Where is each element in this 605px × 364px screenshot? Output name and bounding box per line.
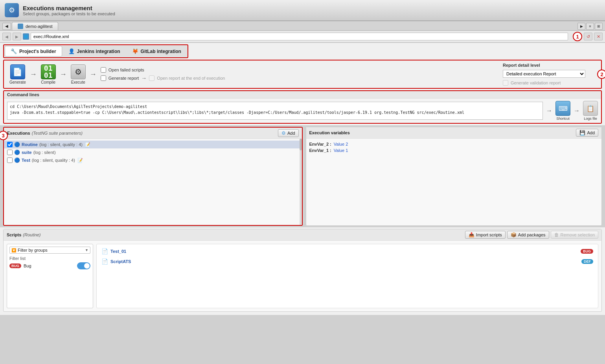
report-select[interactable]: Detailed execution Report [503, 70, 585, 78]
remove-selection-btn[interactable]: 🗑 Remove selection [551, 231, 598, 239]
tab-jenkins-integration[interactable]: 👤 Jenkins integration [63, 46, 126, 57]
open-failed-row: Open failed scripts [101, 67, 225, 73]
generate-btn[interactable]: 📄 Generate [8, 64, 28, 85]
script-list: 📄 Test_01 BUG 📄 ScriptATS DEF [96, 244, 598, 308]
compile-label: Compile [41, 80, 55, 84]
add-packages-btn[interactable]: 📦 Add packages [507, 231, 549, 239]
compile-btn[interactable]: 0101 Compile [39, 64, 57, 85]
exec-add-btn[interactable]: ⚙ Add [278, 129, 299, 137]
generate-report-label: Generate report [108, 76, 139, 80]
generate-report-checkbox[interactable] [101, 75, 106, 81]
cmd-text-area: cd C:\Users\Maud\Documents\AgilTestProje… [7, 102, 543, 120]
browser-tab[interactable]: demo-agilitest [12, 22, 58, 30]
command-lines-section: Command lines cd C:\Users\Maud\Documents… [3, 90, 602, 124]
filter-dropdown-arrow: ▼ [85, 248, 88, 252]
generate-validation-checkbox[interactable] [503, 80, 508, 86]
tab-bar-btn-1[interactable]: ▶ [577, 23, 585, 30]
scripts-title: Scripts [7, 232, 21, 237]
tab-projects-builder[interactable]: 🔧 Project's builder [5, 46, 62, 57]
logs-file-btn[interactable]: 📋 Logs file [583, 101, 598, 121]
script-name-test01: Test_01 [110, 249, 578, 254]
circle-1: 1 [573, 32, 582, 41]
open-failed-checkbox[interactable] [101, 67, 106, 73]
script-badge-scriptats: DEF [581, 259, 593, 264]
exec-add-icon: ⚙ [281, 130, 286, 136]
vars-add-label: Add [587, 130, 595, 135]
address-input[interactable] [31, 33, 568, 40]
script-badge-test01: BUG [581, 249, 593, 254]
shortcut-btn[interactable]: ⌨ Shortcut [555, 101, 570, 121]
app-subtitle: Select groups, packages or tests to be e… [23, 11, 115, 16]
generate-validation-row: Generate validation report [503, 80, 597, 86]
close-tab-btn[interactable]: ✕ [594, 33, 603, 40]
back-btn[interactable]: ◀ [2, 23, 11, 30]
refresh-btn[interactable]: ↺ [584, 33, 592, 40]
shortcut-label: Shortcut [556, 117, 570, 121]
add-packages-icon: 📦 [511, 232, 517, 238]
remove-icon: 🗑 [554, 232, 559, 238]
script-item-scriptats[interactable]: 📄 ScriptATS DEF [99, 257, 596, 266]
filter-select-icon: 🔽 [11, 248, 16, 252]
exec-item-suite[interactable]: 🔵 suite (log : silent) [4, 148, 302, 156]
open-report-label: Open report at the end of execution [157, 76, 225, 80]
execute-btn[interactable]: ⚙ Execute [69, 64, 87, 85]
report-detail-group: Report detail level Detailed execution R… [503, 63, 597, 86]
arrow-1: → [30, 70, 37, 79]
vars-add-btn[interactable]: 💾 Add [576, 129, 598, 137]
executions-header: Executions (TestNG suite parameters) ⚙ A… [4, 128, 302, 139]
back-nav-btn[interactable]: ◀ [2, 33, 11, 40]
vars-body: EnvVar_2 : Value 2 EnvVar_1 : Value 1 [306, 139, 602, 225]
exec-edit-test[interactable]: 📝 [77, 158, 83, 163]
exec-icon-routine: 🔵 [14, 142, 20, 147]
exec-scroll-indicator [300, 139, 302, 225]
remove-label: Remove selection [561, 232, 595, 237]
filter-by-groups[interactable]: 🔽 Filter by groups ▼ [9, 247, 90, 254]
tab-bar: ◀ demo-agilitest ▶ ≡ ⊞ [0, 21, 605, 31]
var-name-1: EnvVar_1 : [309, 148, 331, 153]
executions-title: Executions [7, 131, 30, 135]
var-name-2: EnvVar_2 : [309, 142, 331, 146]
exec-info-test: (log : silent, quality : 4) [32, 158, 75, 163]
exec-item-test[interactable]: 🔵 Test (log : silent, quality : 4) 📝 [4, 156, 302, 164]
toggle-bug[interactable] [77, 262, 90, 269]
cmd-body: cd C:\Users\Maud\Documents\AgilTestProje… [4, 99, 601, 123]
arrow-3: → [90, 70, 97, 79]
address-bar: ◀ ▶ 🌐 1 ↺ ✕ [0, 31, 605, 43]
open-report-checkbox[interactable] [149, 75, 154, 81]
script-item-test01[interactable]: 📄 Test_01 BUG [99, 247, 596, 256]
exec-item-routine[interactable]: 🔵 Routine (log : silent, quality : 4) 📝 [4, 141, 302, 148]
tab-gitlab-integration[interactable]: 🦊 GitLab integration [127, 46, 187, 57]
add-packages-label: Add packages [518, 232, 546, 237]
import-scripts-btn[interactable]: 📥 Import scripts [465, 231, 506, 239]
main-tabs-bar: 🔧 Project's builder 👤 Jenkins integratio… [3, 44, 188, 58]
var-item-2: EnvVar_2 : Value 2 [309, 142, 599, 146]
script-icon-scriptats: 📄 [101, 258, 108, 265]
shortcut-icon: ⌨ [555, 101, 570, 116]
generate-report-row: Generate report → Open report at the end… [101, 75, 225, 81]
app-icon: ⚙ [5, 3, 19, 17]
vars-header: Execution variables 💾 Add [306, 127, 602, 139]
tab-bar-btn-2[interactable]: ≡ [586, 23, 594, 30]
compile-icon: 0101 [41, 64, 56, 79]
url-icon: 🌐 [23, 33, 29, 40]
checks-area: Open failed scripts Generate report → Op… [101, 67, 225, 81]
exec-icon-suite: 🔵 [14, 150, 20, 155]
toolbar-section: 📄 Generate → 0101 Compile → ⚙ Execute → … [3, 60, 602, 89]
import-label: Import scripts [476, 232, 502, 237]
toggle-knob [84, 263, 90, 269]
tab-bar-btn-3[interactable]: ⊞ [595, 23, 603, 30]
exec-name-suite: suite [22, 150, 32, 155]
generate-label: Generate [9, 80, 26, 84]
app-header: ⚙ Executions management Select groups, p… [0, 0, 605, 21]
exec-edit-routine[interactable]: 📝 [85, 142, 90, 147]
cmd-arrow-icon-2: → [574, 107, 580, 114]
app-title: Executions management [23, 5, 115, 11]
script-name-scriptats: ScriptATS [110, 259, 579, 264]
exec-checkbox-routine[interactable] [7, 142, 13, 147]
exec-variables-panel: Execution variables 💾 Add EnvVar_2 : Val… [306, 127, 602, 226]
open-failed-label: Open failed scripts [108, 68, 144, 72]
logs-file-icon: 📋 [583, 101, 598, 116]
fwd-nav-btn[interactable]: ▶ [13, 33, 21, 40]
exec-checkbox-test[interactable] [7, 157, 13, 163]
exec-checkbox-suite[interactable] [7, 150, 13, 155]
